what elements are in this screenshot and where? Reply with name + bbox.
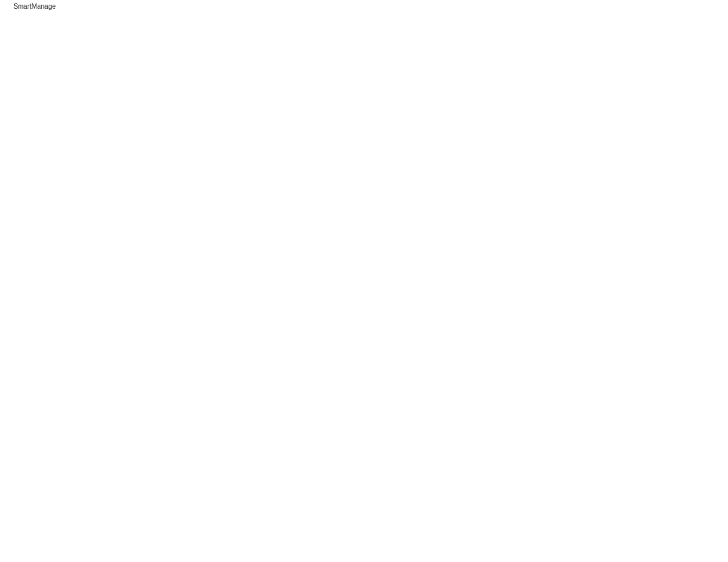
page-title: SmartManage (13, 3, 728, 10)
